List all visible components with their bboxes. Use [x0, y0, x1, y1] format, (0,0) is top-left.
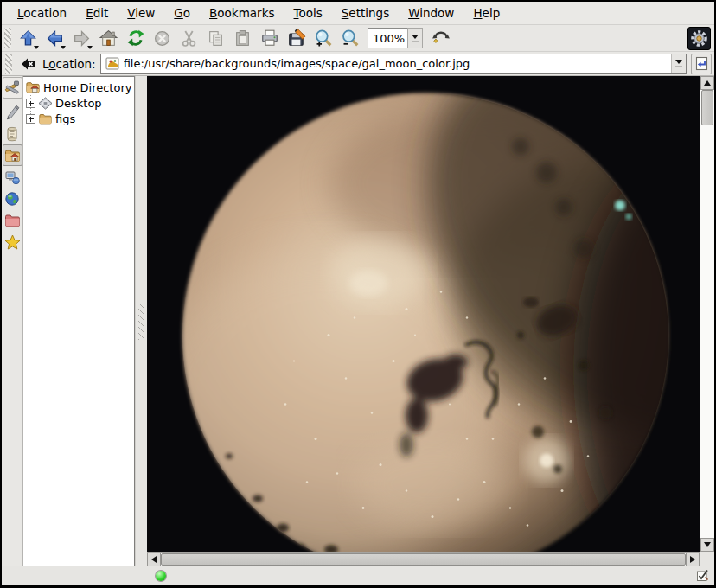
url-input[interactable] [124, 54, 671, 73]
zoom-in-button[interactable] [310, 26, 336, 50]
tree-item-figs[interactable]: figs [25, 111, 134, 126]
horizontal-scrollbar-thumb[interactable] [161, 553, 686, 566]
zoom-value[interactable]: 100% [368, 28, 407, 48]
forward-button[interactable] [69, 26, 94, 50]
status-bar [2, 566, 714, 585]
paste-button[interactable] [230, 26, 255, 50]
forward-arrow-icon-disabled [73, 29, 91, 48]
sidebar-tab-network[interactable] [3, 166, 22, 188]
scrollbar-corner [700, 552, 714, 566]
sidebar-tab-history[interactable] [3, 123, 22, 144]
scroll-right-button[interactable] [686, 553, 700, 566]
active-view-led [156, 571, 166, 581]
sidebar-tab-pen[interactable] [3, 101, 22, 123]
save-as-button[interactable] [284, 26, 309, 50]
scroll-down-button[interactable] [700, 538, 714, 552]
right-triangle-icon [690, 556, 695, 563]
statusbar-checkbox-icon[interactable] [696, 569, 709, 585]
home-folder-icon [4, 148, 21, 163]
cut-scissors-icon-disabled [180, 29, 198, 48]
network-icon [4, 169, 20, 185]
scroll-up-button[interactable] [700, 76, 714, 90]
left-triangle-icon [151, 556, 157, 563]
home-folder-icon [25, 80, 41, 94]
history-scroll-icon [4, 126, 20, 142]
toolbar-grip[interactable] [5, 54, 12, 74]
menu-edit[interactable]: Edit [77, 3, 117, 23]
url-dropdown-arrow[interactable] [671, 54, 686, 73]
menu-bar: Location Edit View Go Bookmarks Tools Se… [2, 2, 714, 25]
copy-icon-disabled [207, 29, 225, 48]
tree-item-home-directory[interactable]: Home Directory [25, 80, 134, 95]
tree-item-label: Desktop [55, 97, 102, 110]
reload-button[interactable] [123, 26, 148, 50]
menu-location[interactable]: Location [9, 3, 75, 23]
sidebar-tab-configure[interactable] [3, 77, 22, 99]
image-viewport[interactable] [147, 76, 714, 566]
vertical-scrollbar-thumb[interactable] [701, 90, 713, 125]
content-area: Home Directory Desktop figs [2, 76, 714, 566]
image-canvas [147, 76, 700, 552]
dropdown-arrow-icon [34, 46, 39, 49]
location-label: Location: [42, 57, 96, 71]
vertical-scrollbar[interactable] [700, 76, 714, 552]
clear-location-button[interactable] [19, 54, 38, 74]
menu-tools[interactable]: Tools [285, 3, 331, 23]
tree-item-desktop[interactable]: Desktop [25, 95, 134, 111]
panel-splitter[interactable] [135, 76, 147, 566]
zoom-out-button[interactable] [337, 26, 362, 50]
main-toolbar: 100% [2, 25, 714, 52]
red-folder-icon [4, 213, 21, 228]
zoom-in-icon [314, 29, 333, 48]
sidebar-tab-home-directory[interactable] [3, 144, 22, 166]
go-enter-icon [694, 56, 709, 71]
rotate-icon [432, 29, 451, 48]
rotate-button[interactable] [428, 26, 453, 50]
menu-go[interactable]: Go [165, 3, 199, 23]
print-button[interactable] [257, 26, 282, 50]
horizontal-scrollbar[interactable] [147, 552, 700, 566]
sidebar-tab-bookmarks[interactable] [3, 231, 22, 252]
menu-window[interactable]: Window [400, 3, 463, 23]
up-triangle-icon [704, 80, 711, 86]
stop-button[interactable] [150, 26, 175, 50]
location-toolbar: Location: [2, 52, 714, 76]
sidebar-tab-root-folder[interactable] [3, 209, 22, 231]
menu-settings[interactable]: Settings [333, 3, 398, 23]
chevron-down-icon[interactable] [407, 28, 423, 48]
tree-item-label: figs [55, 112, 75, 125]
copy-button[interactable] [203, 26, 228, 50]
home-button[interactable] [96, 26, 121, 50]
tree-item-label: Home Directory [43, 81, 131, 94]
go-button[interactable] [691, 54, 712, 74]
toolbar-grip[interactable] [4, 28, 11, 48]
up-arrow-icon [19, 29, 37, 48]
stop-icon-disabled [153, 29, 171, 48]
clear-location-icon [21, 57, 36, 71]
konqueror-window: Location Edit View Go Bookmarks Tools Se… [0, 0, 716, 588]
scroll-left-button[interactable] [147, 553, 161, 566]
back-button[interactable] [42, 26, 67, 50]
expand-plus-icon[interactable] [26, 99, 35, 108]
print-icon [260, 29, 279, 48]
url-combobox[interactable] [100, 54, 687, 74]
menu-view[interactable]: View [118, 3, 163, 23]
gear-icon [689, 29, 709, 48]
bookmark-star-icon [4, 234, 21, 250]
folder-icon [38, 112, 53, 125]
zoom-out-icon [341, 29, 360, 48]
menu-bookmarks[interactable]: Bookmarks [201, 3, 283, 23]
menu-help[interactable]: Help [464, 3, 508, 23]
globe-icon [4, 191, 20, 207]
pen-icon [4, 105, 20, 120]
image-file-icon [105, 57, 120, 70]
splitter-grip[interactable] [138, 304, 144, 340]
up-button[interactable] [16, 26, 41, 50]
expand-plus-icon[interactable] [26, 114, 35, 124]
vertical-scrollbar-track[interactable] [700, 125, 714, 538]
folder-tree-panel: Home Directory Desktop figs [23, 76, 135, 566]
paste-clipboard-icon-disabled [233, 29, 252, 48]
sidebar-tab-web[interactable] [3, 188, 22, 209]
zoom-level-combo[interactable]: 100% [368, 28, 423, 48]
cut-button[interactable] [176, 26, 201, 50]
